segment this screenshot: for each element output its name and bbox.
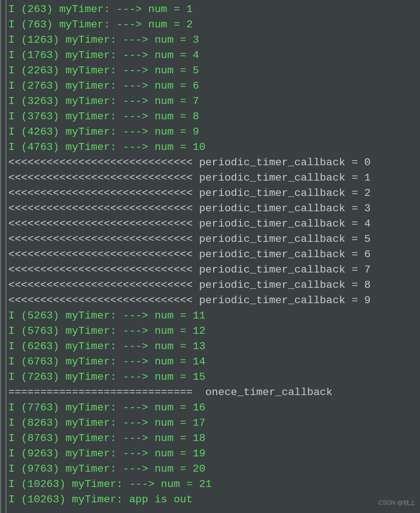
- log-line: <<<<<<<<<<<<<<<<<<<<<<<<<<<<< periodic_t…: [8, 293, 420, 308]
- log-line: I (2263) myTimer: ---> num = 5: [8, 63, 420, 78]
- log-line: <<<<<<<<<<<<<<<<<<<<<<<<<<<<< periodic_t…: [8, 278, 420, 293]
- log-line: I (6263) myTimer: ---> num = 13: [8, 339, 420, 354]
- terminal-output[interactable]: I (263) myTimer: ---> num = 1I (763) myT…: [0, 0, 420, 513]
- log-line: <<<<<<<<<<<<<<<<<<<<<<<<<<<<< periodic_t…: [8, 216, 420, 232]
- log-line: I (4763) myTimer: ---> num = 10: [8, 140, 420, 155]
- log-line: I (9763) myTimer: ---> num = 20: [8, 461, 420, 477]
- log-line: <<<<<<<<<<<<<<<<<<<<<<<<<<<<< periodic_t…: [8, 186, 420, 201]
- log-content: I (263) myTimer: ---> num = 1I (763) myT…: [8, 2, 420, 507]
- log-line: I (3263) myTimer: ---> num = 7: [8, 94, 420, 109]
- log-line: I (4263) myTimer: ---> num = 9: [8, 124, 420, 140]
- log-line: I (6763) myTimer: ---> num = 14: [8, 354, 420, 370]
- log-line: <<<<<<<<<<<<<<<<<<<<<<<<<<<<< periodic_t…: [8, 201, 420, 216]
- log-line: I (1263) myTimer: ---> num = 3: [8, 32, 420, 48]
- log-line: I (10263) myTimer: app is out: [8, 492, 420, 507]
- log-line: ============================= onece_time…: [8, 385, 420, 400]
- watermark-text: CSDN @枕上: [378, 495, 415, 510]
- log-line: I (5263) myTimer: ---> num = 11: [8, 308, 420, 324]
- log-line: <<<<<<<<<<<<<<<<<<<<<<<<<<<<< periodic_t…: [8, 232, 420, 247]
- log-line: I (9263) myTimer: ---> num = 19: [8, 446, 420, 461]
- log-line: I (8763) myTimer: ---> num = 18: [8, 431, 420, 446]
- log-line: I (10263) myTimer: ---> num = 21: [8, 477, 420, 492]
- log-line: I (2763) myTimer: ---> num = 6: [8, 78, 420, 94]
- log-line: I (7263) myTimer: ---> num = 15: [8, 370, 420, 385]
- log-line: <<<<<<<<<<<<<<<<<<<<<<<<<<<<< periodic_t…: [8, 170, 420, 186]
- log-line: I (1763) myTimer: ---> num = 4: [8, 48, 420, 63]
- log-line: <<<<<<<<<<<<<<<<<<<<<<<<<<<<< periodic_t…: [8, 155, 420, 170]
- log-line: I (8263) myTimer: ---> num = 17: [8, 416, 420, 431]
- log-line: I (7763) myTimer: ---> num = 16: [8, 400, 420, 416]
- log-line: <<<<<<<<<<<<<<<<<<<<<<<<<<<<< periodic_t…: [8, 247, 420, 262]
- log-line: I (3763) myTimer: ---> num = 8: [8, 109, 420, 124]
- log-line: I (763) myTimer: ---> num = 2: [8, 17, 420, 32]
- log-line: I (5763) myTimer: ---> num = 12: [8, 324, 420, 339]
- editor-gutter: [1, 0, 7, 513]
- log-line: <<<<<<<<<<<<<<<<<<<<<<<<<<<<< periodic_t…: [8, 262, 420, 278]
- log-line: I (263) myTimer: ---> num = 1: [8, 2, 420, 17]
